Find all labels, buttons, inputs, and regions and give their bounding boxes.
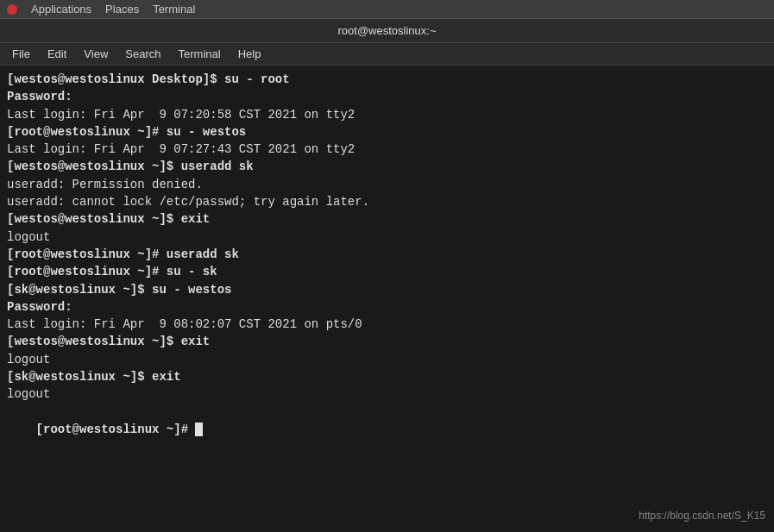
topbar-applications[interactable]: Applications (31, 3, 91, 16)
terminal-line-10: [root@westoslinux ~]# useradd sk (7, 246, 767, 263)
menu-terminal[interactable]: Terminal (172, 46, 228, 62)
terminal-line-9: logout (7, 228, 767, 246)
terminal-line-7: useradd: cannot lock /etc/passwd; try ag… (7, 193, 767, 210)
app-indicator-dot (7, 4, 17, 15)
top-system-bar: Applications Places Terminal (0, 0, 774, 19)
menu-file[interactable]: File (5, 46, 37, 62)
watermark: https://blog.csdn.net/S_K15 (639, 509, 765, 523)
topbar-terminal[interactable]: Terminal (153, 3, 195, 16)
terminal-line-14: Last login: Fri Apr 9 08:02:07 CST 2021 … (7, 316, 767, 333)
terminal-line-19: [root@westoslinux ~]# (7, 404, 767, 456)
terminal-line-18: logout (7, 385, 767, 403)
terminal-line-11: [root@westoslinux ~]# su - sk (7, 263, 767, 280)
menu-bar: File Edit View Search Terminal Help (0, 43, 774, 66)
terminal-line-17: [sk@westoslinux ~]$ exit (7, 368, 767, 385)
terminal-line-13: Password: (7, 298, 767, 316)
terminal-line-2: Last login: Fri Apr 9 07:20:58 CST 2021 … (7, 106, 767, 123)
menu-view[interactable]: View (77, 46, 115, 62)
window-title: root@westoslinux:~ (338, 24, 437, 37)
terminal-cursor (195, 422, 203, 436)
terminal-line-15: [westos@westoslinux ~]$ exit (7, 333, 767, 350)
terminal-line-0: [westos@westoslinux Desktop]$ su - root (7, 71, 767, 88)
topbar-places[interactable]: Places (105, 3, 139, 16)
menu-help[interactable]: Help (231, 46, 268, 62)
window-title-bar: root@westoslinux:~ (0, 19, 774, 43)
menu-search[interactable]: Search (118, 46, 167, 62)
terminal-line-16: logout (7, 351, 767, 368)
terminal-line-6: useradd: Permission denied. (7, 176, 767, 193)
terminal-line-8: [westos@westoslinux ~]$ exit (7, 210, 767, 228)
terminal-line-1: Password: (7, 88, 767, 105)
terminal-body[interactable]: [westos@westoslinux Desktop]$ su - root … (0, 66, 774, 532)
terminal-line-4: Last login: Fri Apr 9 07:27:43 CST 2021 … (7, 141, 767, 158)
terminal-line-5: [westos@westoslinux ~]$ useradd sk (7, 158, 767, 175)
terminal-line-3: [root@westoslinux ~]# su - westos (7, 123, 767, 141)
terminal-line-12: [sk@westoslinux ~]$ su - westos (7, 281, 767, 298)
last-prompt: [root@westoslinux ~]# (36, 422, 196, 436)
menu-edit[interactable]: Edit (41, 46, 73, 62)
